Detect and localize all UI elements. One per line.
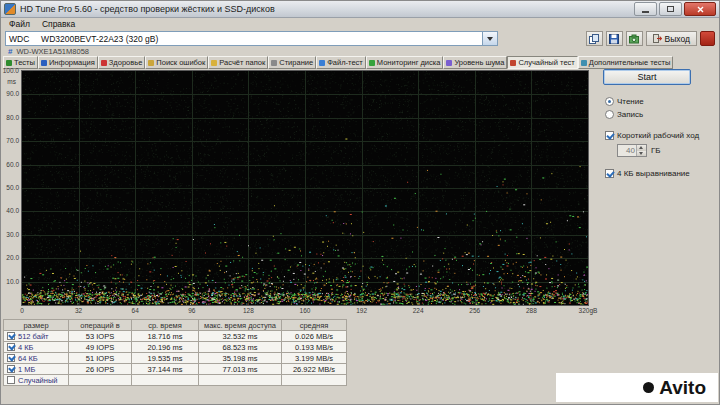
maximize-button[interactable] <box>659 2 682 16</box>
x-tick-label: 320gB <box>579 307 598 315</box>
table-cell-speed: 0.193 MB/s <box>282 342 346 352</box>
close-icon <box>697 6 704 13</box>
exit-button[interactable]: Выход <box>646 31 697 46</box>
capacity-row: 40 ГБ <box>617 144 719 157</box>
table-header: размер <box>4 320 68 330</box>
tab-folder-usage[interactable]: Расчёт папок <box>208 56 268 69</box>
row-checkbox[interactable] <box>7 343 15 351</box>
minimize-icon <box>642 11 649 13</box>
record-icon[interactable] <box>700 31 715 46</box>
capacity-unit-label: ГБ <box>651 146 661 155</box>
table-cell-max: 77.013 ms <box>199 364 281 374</box>
tab-label: Информация <box>49 58 95 67</box>
tab-noise-level[interactable]: Уровень шума <box>443 56 507 69</box>
y-axis: 100.090.080.070.060.050.040.030.020.010.… <box>3 69 20 309</box>
x-axis: 0326496128160192224256288320gB <box>3 307 595 317</box>
tab-label: Случайный тест <box>518 58 574 67</box>
size-label: 4 КБ <box>18 343 34 352</box>
health-icon <box>101 60 107 66</box>
y-tick-label: 30.0 <box>6 231 19 238</box>
tab-label: Файл-тест <box>327 58 363 67</box>
avito-watermark-text: Avito <box>659 377 706 399</box>
x-tick-label: 32 <box>75 307 82 315</box>
tab-erase[interactable]: Стирание <box>268 56 316 69</box>
table-cell-iops: 26 IOPS <box>69 364 131 374</box>
table-row-size: 4 КБ <box>4 342 68 352</box>
tab-information[interactable]: Информация <box>38 56 98 69</box>
window-controls <box>634 2 716 16</box>
size-label: Случайный <box>18 376 58 385</box>
erase-icon <box>271 60 277 66</box>
x-tick-label: 256 <box>469 307 480 315</box>
tab-label: Здоровье <box>109 58 142 67</box>
x-tick-label: 224 <box>413 307 424 315</box>
drive-selector[interactable]: WDC WD3200BEVT-22A23 (320 gB) <box>5 31 498 46</box>
table-cell-speed: 0.026 MB/s <box>282 331 346 341</box>
drive-serial-number: WD-WXE1A51M8058 <box>16 47 89 56</box>
start-button[interactable]: Start <box>603 69 691 85</box>
short-stroke-label: Короткий рабочий ход <box>617 131 699 140</box>
y-tick-label: 60.0 <box>6 161 19 168</box>
short-stroke-checkbox[interactable]: Короткий рабочий ход <box>605 131 719 140</box>
spinner-down-icon[interactable] <box>637 151 646 157</box>
screenshot-button[interactable] <box>626 31 643 46</box>
toolbar: WDC WD3200BEVT-22A23 (320 gB) <box>1 30 719 47</box>
menu-help[interactable]: Справка <box>36 19 81 29</box>
tab-label: Мониторинг диска <box>377 58 441 67</box>
spinner-buttons[interactable] <box>636 145 646 156</box>
x-tick-label: 192 <box>356 307 367 315</box>
table-header: ср. время <box>132 320 198 330</box>
table-row-size: 1 МБ <box>4 364 68 374</box>
minimize-button[interactable] <box>634 2 657 16</box>
row-checkbox[interactable] <box>7 376 15 384</box>
exit-label: Выход <box>665 34 690 44</box>
capacity-value: 40 <box>618 145 636 156</box>
titlebar[interactable]: HD Tune Pro 5.60 - средство проверки жёс… <box>1 1 719 18</box>
tab-disk-monitor[interactable]: Мониторинг диска <box>366 56 444 69</box>
app-icon <box>4 3 16 15</box>
size-label: 1 МБ <box>18 365 35 374</box>
read-label: Чтение <box>617 97 644 106</box>
capacity-input[interactable]: 40 <box>617 144 647 157</box>
tab-label: Дополнительные тесты <box>589 58 671 67</box>
information-icon <box>41 60 47 66</box>
save-screenshot-button[interactable] <box>606 31 623 46</box>
row-checkbox[interactable] <box>7 365 15 373</box>
row-checkbox[interactable] <box>7 354 15 362</box>
close-button[interactable] <box>684 2 716 16</box>
tab-label: Тесты <box>14 58 35 67</box>
tab-health[interactable]: Здоровье <box>98 56 145 69</box>
table-cell-iops <box>69 375 131 385</box>
align-4k-checkbox[interactable]: 4 КБ выравнивание <box>605 169 719 178</box>
table-cell-speed <box>282 375 346 385</box>
random-test-icon <box>510 60 516 66</box>
table-row-size: 512 байт <box>4 331 68 341</box>
tab-file-test[interactable]: Файл-тест <box>316 56 366 69</box>
radio-unselected-icon <box>605 110 614 119</box>
menu-file[interactable]: Файл <box>3 19 36 29</box>
table-cell-avg: 20.196 ms <box>132 342 198 352</box>
chart-area: 100.090.080.070.060.050.040.030.020.010.… <box>3 69 595 319</box>
table-cell-avg: 19.535 ms <box>132 353 198 363</box>
tab-random-test[interactable]: Случайный тест <box>507 56 577 69</box>
tab-error-scan[interactable]: Поиск ошибок <box>145 56 208 69</box>
y-tick-label: 50.0 <box>6 184 19 191</box>
table-cell-speed: 3.199 MB/s <box>282 353 346 363</box>
size-label: 512 байт <box>18 332 49 341</box>
copy-button[interactable] <box>586 31 603 46</box>
tab-label: Поиск ошибок <box>156 58 205 67</box>
table-row-size: 64 КБ <box>4 353 68 363</box>
tab-label: Расчёт папок <box>219 58 265 67</box>
table-header: средняя <box>282 320 346 330</box>
write-radio[interactable]: Запись <box>605 110 719 119</box>
dropdown-arrow-icon[interactable] <box>482 32 497 45</box>
read-radio[interactable]: Чтение <box>605 97 719 106</box>
x-tick-label: 64 <box>132 307 139 315</box>
row-checkbox[interactable] <box>7 332 15 340</box>
y-tick-label: 100.0 <box>3 67 19 74</box>
table-cell-max: 68.523 ms <box>199 342 281 352</box>
x-tick-label: 0 <box>20 307 24 315</box>
y-tick-label: 40.0 <box>6 207 19 214</box>
results-table: размеропераций вср. времямакс. время дос… <box>3 319 347 386</box>
table-cell-avg: 18.716 ms <box>132 331 198 341</box>
